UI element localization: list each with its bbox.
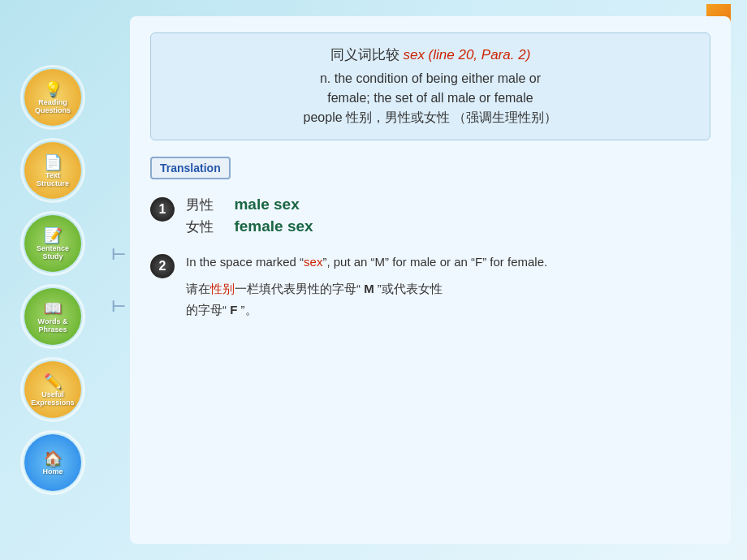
sex-highlight-en: sex xyxy=(304,255,322,269)
def-line4: people 性别，男性或女性 （强调生理性别） xyxy=(304,110,558,124)
sidebar-label-useful: Useful Expressions xyxy=(31,390,75,407)
chinese-female: 女性 xyxy=(186,218,218,236)
vocab-pair-female: 女性 female sex xyxy=(186,218,710,236)
number-circle-1: 1 xyxy=(150,197,175,222)
bracket-bottom: ⊢ xyxy=(111,296,125,316)
sidebar-item-useful-expressions[interactable]: ✏️ Useful Expressions xyxy=(20,357,85,422)
definition-body: n. the condition of being either male or… xyxy=(167,69,693,127)
letter-f: F xyxy=(230,303,237,317)
sidebar-label-text: Text Structure xyxy=(37,171,69,187)
list-item: 1 男性 male sex 女性 female sex xyxy=(150,196,710,239)
sidebar-item-home[interactable]: 🏠 Home xyxy=(20,430,85,495)
item2-chinese: 请在性别一栏填代表男性的字母“ M ”或代表女性的字母“ F ”。 xyxy=(186,278,710,320)
sex-highlight-zh: 性别 xyxy=(210,282,235,295)
definition-box: 同义词比较 sex (line 20, Para. 2) n. the cond… xyxy=(150,32,710,140)
sidebar-label-sentence: Sentence Study xyxy=(37,244,69,261)
list-item-2: 2 In the space marked “sex”, put an “M” … xyxy=(150,252,710,320)
sidebar-item-words-phrases[interactable]: 📖 Words & Phrases xyxy=(20,284,85,349)
list-item-1-content: 男性 male sex 女性 female sex xyxy=(186,196,710,239)
sidebar-label-home: Home xyxy=(42,467,63,476)
items-list: 1 男性 male sex 女性 female sex 2 In the spa… xyxy=(150,196,710,320)
definition-title: 同义词比较 sex (line 20, Para. 2) xyxy=(167,45,693,64)
def-line2: n. the condition of being either male or xyxy=(320,71,541,85)
bracket-area: ⊢ ⊢ xyxy=(106,0,130,560)
sidebar: 💡 Reading Questions 📄 Text Structure 📝 S… xyxy=(0,0,106,560)
item2-english: In the space marked “sex”, put an “M” fo… xyxy=(186,252,710,272)
sidebar-item-reading-questions[interactable]: 💡 Reading Questions xyxy=(20,65,85,130)
bracket-top: ⊢ xyxy=(111,244,125,264)
english-male: male sex xyxy=(234,196,299,213)
letter-m: M xyxy=(364,282,374,295)
english-female: female sex xyxy=(234,218,313,235)
definition-highlight: sex (line 20, Para. 2) xyxy=(403,47,530,62)
vocab-pair-male: 男性 male sex xyxy=(186,196,710,214)
sidebar-item-text-structure[interactable]: 📄 Text Structure xyxy=(20,138,85,203)
sidebar-item-sentence-study[interactable]: 📝 Sentence Study xyxy=(20,211,85,276)
list-item-2-content: In the space marked “sex”, put an “M” fo… xyxy=(186,252,710,320)
chinese-male: 男性 xyxy=(186,196,218,214)
translation-badge[interactable]: Translation xyxy=(150,157,231,179)
number-circle-2: 2 xyxy=(150,254,175,278)
sidebar-label-reading: Reading Questions xyxy=(35,98,71,114)
sidebar-label-words: Words & Phrases xyxy=(38,317,68,334)
definition-prefix: 同义词比较 xyxy=(330,47,404,62)
def-line3: female; the set of all male or female xyxy=(327,91,533,105)
main-content: 同义词比较 sex (line 20, Para. 2) n. the cond… xyxy=(130,16,731,544)
